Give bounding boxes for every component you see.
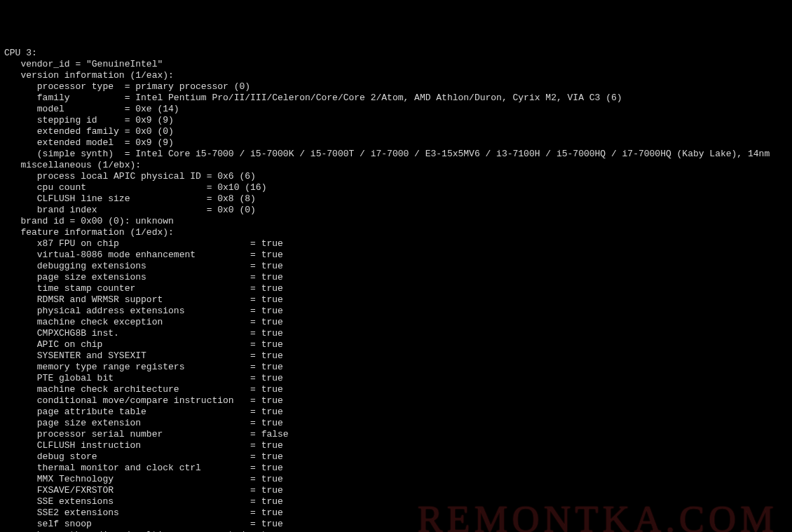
terminal-line: processor serial number = false xyxy=(4,429,788,440)
terminal-line: memory type range registers = true xyxy=(4,362,788,373)
terminal-line: vendor_id = "GenuineIntel" xyxy=(4,59,788,70)
terminal-line: process local APIC physical ID = 0x6 (6) xyxy=(4,171,788,182)
terminal-line: thermal monitor and clock ctrl = true xyxy=(4,463,788,474)
terminal-line: machine check exception = true xyxy=(4,317,788,328)
terminal-line: family = Intel Pentium Pro/II/III/Celero… xyxy=(4,93,788,104)
terminal-line: SSE2 extensions = true xyxy=(4,507,788,519)
terminal-line: CLFLUSH line size = 0x8 (8) xyxy=(4,193,788,205)
terminal-line: processor type = primary processor (0) xyxy=(4,81,788,93)
terminal-line: stepping id = 0x9 (9) xyxy=(4,115,788,126)
terminal-line: time stamp counter = true xyxy=(4,283,788,294)
terminal-line: CPU 3: xyxy=(4,48,788,59)
terminal-line: APIC on chip = true xyxy=(4,339,788,350)
terminal-line: CMPXCHG8B inst. = true xyxy=(4,328,788,339)
terminal-line: version information (1/eax): xyxy=(4,70,788,81)
terminal-line: x87 FPU on chip = true xyxy=(4,238,788,250)
terminal-line: debugging extensions = true xyxy=(4,261,788,272)
terminal-line: miscellaneous (1/ebx): xyxy=(4,160,788,171)
terminal-line: brand index = 0x0 (0) xyxy=(4,205,788,216)
terminal-line: (simple synth) = Intel Core i5-7000 / i5… xyxy=(4,149,788,160)
terminal-output: CPU 3: vendor_id = "GenuineIntel" versio… xyxy=(4,48,788,532)
terminal-line: self snoop = true xyxy=(4,519,788,530)
terminal-line: PTE global bit = true xyxy=(4,373,788,384)
terminal-line: extended family = 0x0 (0) xyxy=(4,126,788,137)
terminal-line: debug store = true xyxy=(4,451,788,463)
terminal-line: cpu count = 0x10 (16) xyxy=(4,182,788,193)
terminal-line: model = 0xe (14) xyxy=(4,104,788,115)
terminal-line: SYSENTER and SYSEXIT = true xyxy=(4,350,788,362)
terminal-line: page size extensions = true xyxy=(4,272,788,283)
terminal-line: MMX Technology = true xyxy=(4,474,788,485)
terminal-line: SSE extensions = true xyxy=(4,496,788,507)
terminal-line: CLFLUSH instruction = true xyxy=(4,440,788,451)
terminal-line: page size extension = true xyxy=(4,418,788,429)
terminal-line: physical address extensions = true xyxy=(4,306,788,317)
terminal-line: virtual-8086 mode enhancement = true xyxy=(4,250,788,261)
terminal-line: FXSAVE/FXRSTOR = true xyxy=(4,485,788,496)
terminal-line: machine check architecture = true xyxy=(4,384,788,395)
terminal-line: feature information (1/edx): xyxy=(4,227,788,238)
terminal-line: brand id = 0x00 (0): unknown xyxy=(4,216,788,227)
terminal-line: RDMSR and WRMSR support = true xyxy=(4,294,788,306)
terminal-line: page attribute table = true xyxy=(4,407,788,418)
terminal-line: extended model = 0x9 (9) xyxy=(4,137,788,149)
terminal-line: conditional move/compare instruction = t… xyxy=(4,395,788,407)
